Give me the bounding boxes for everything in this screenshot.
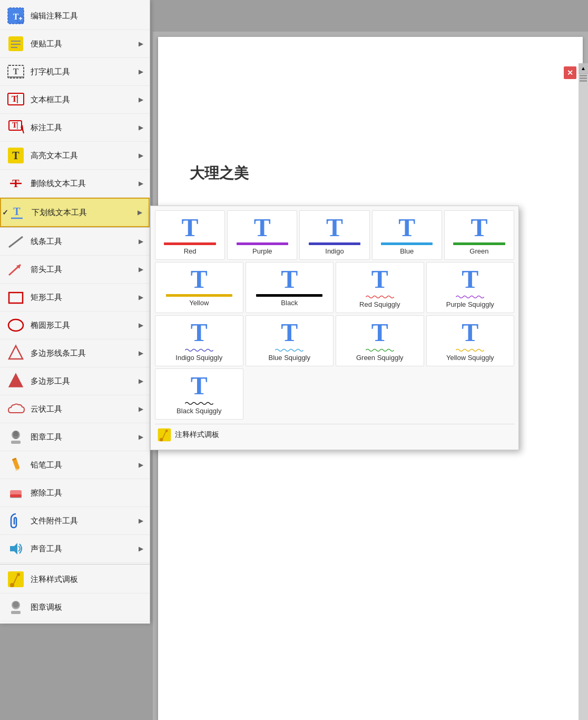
document-title: 大理之美 bbox=[190, 163, 249, 183]
color-t-yellow-squiggly: T bbox=[462, 320, 478, 345]
scroll-up-arrow[interactable]: ▲ bbox=[579, 63, 588, 74]
menu-item-edit-annot[interactable]: T 编辑注释工具 bbox=[0, 2, 150, 30]
menu-label-edit-annot: 编辑注释工具 bbox=[31, 11, 143, 21]
menu-item-typewriter[interactable]: T 打字机工具 ▶ bbox=[0, 58, 150, 86]
menu-label-ellipse: 椭圆形工具 bbox=[31, 320, 139, 330]
stamp-icon bbox=[6, 427, 25, 446]
color-grid-row4: T Black Squiggly bbox=[155, 368, 514, 420]
color-name-blue: Blue bbox=[400, 247, 414, 255]
menu-item-arrow[interactable]: 箭头工具 ▶ bbox=[0, 256, 150, 284]
menu-item-polygon[interactable]: 多边形工具 ▶ bbox=[0, 367, 150, 395]
color-line-green bbox=[453, 242, 505, 245]
color-item-green[interactable]: T Green bbox=[444, 210, 514, 260]
color-name-black: Black bbox=[281, 299, 298, 307]
stamp-arrow: ▶ bbox=[139, 433, 143, 441]
underline-arrow: ▶ bbox=[138, 209, 142, 216]
color-item-purple-squiggly[interactable]: T Purple Squiggly bbox=[426, 262, 515, 313]
cloud-arrow: ▶ bbox=[139, 405, 143, 413]
attach-arrow: ▶ bbox=[139, 517, 143, 524]
svg-marker-43 bbox=[10, 543, 17, 554]
attach-icon bbox=[6, 511, 25, 530]
edit-annot-icon: T bbox=[6, 6, 25, 25]
squiggly-green bbox=[347, 347, 413, 352]
color-name-red: Red bbox=[184, 247, 197, 255]
squiggly-yellow bbox=[437, 347, 503, 352]
color-name-indigo-squiggly: Indigo Squiggly bbox=[175, 354, 222, 362]
color-line-purple bbox=[237, 242, 289, 245]
eraser-icon bbox=[6, 483, 25, 502]
menu-item-polygon-line[interactable]: 多边形线条工具 ▶ bbox=[0, 339, 150, 367]
polygon-line-icon bbox=[6, 344, 25, 363]
color-name-yellow: Yellow bbox=[189, 299, 209, 307]
color-line-black bbox=[256, 294, 322, 297]
color-item-black[interactable]: T Black bbox=[246, 262, 334, 313]
squiggly-purple bbox=[437, 294, 503, 298]
menu-label-line: 线条工具 bbox=[31, 237, 139, 247]
strikeout-icon: T bbox=[6, 174, 25, 193]
callout-icon: T bbox=[6, 118, 25, 137]
menu-item-line[interactable]: 线条工具 ▶ bbox=[0, 227, 150, 256]
menu-item-attach[interactable]: 文件附件工具 ▶ bbox=[0, 507, 150, 535]
color-name-purple-squiggly: Purple Squiggly bbox=[446, 300, 494, 308]
color-t-green-squiggly: T bbox=[371, 320, 388, 345]
pencil-icon bbox=[6, 455, 25, 474]
svg-text:T: T bbox=[12, 121, 17, 129]
color-item-yellow[interactable]: T Yellow bbox=[155, 262, 243, 313]
color-line-blue bbox=[381, 242, 433, 245]
menu-item-ellipse[interactable]: 椭圆形工具 ▶ bbox=[0, 312, 150, 339]
menu-item-rect[interactable]: 矩形工具 ▶ bbox=[0, 284, 150, 312]
color-item-blue-squiggly[interactable]: T Blue Squiggly bbox=[246, 315, 334, 366]
menu-item-highlight[interactable]: T 高亮文本工具 ▶ bbox=[0, 142, 150, 170]
textbox-arrow: ▶ bbox=[139, 96, 143, 103]
menu-label-stamp-palette: 图章调板 bbox=[31, 602, 143, 612]
color-t-black: T bbox=[281, 267, 298, 292]
color-name-black-squiggly: Black Squiggly bbox=[177, 407, 221, 415]
squiggly-blue bbox=[256, 347, 322, 352]
menu-item-pencil[interactable]: 铅笔工具 ▶ bbox=[0, 451, 150, 479]
highlight-icon: T bbox=[6, 146, 25, 165]
color-picker-popup: T Red T Purple T Indigo T Blue T Green bbox=[150, 206, 519, 450]
menu-item-strikeout[interactable]: T 删除线文本工具 ▶ bbox=[0, 170, 150, 198]
color-item-blue[interactable]: T Blue bbox=[372, 210, 442, 260]
color-item-green-squiggly[interactable]: T Green Squiggly bbox=[336, 315, 424, 366]
typewriter-icon: T bbox=[6, 62, 25, 81]
color-item-red[interactable]: T Red bbox=[155, 210, 225, 260]
menu-item-eraser[interactable]: 擦除工具 bbox=[0, 479, 150, 507]
color-item-indigo[interactable]: T Indigo bbox=[299, 210, 369, 260]
callout-arrow: ▶ bbox=[139, 124, 143, 131]
svg-point-45 bbox=[10, 583, 14, 587]
svg-rect-50 bbox=[11, 611, 21, 614]
polygon-icon bbox=[6, 372, 25, 391]
close-button[interactable]: ✕ bbox=[564, 66, 576, 79]
menu-item-callout[interactable]: T 标注工具 ▶ bbox=[0, 114, 150, 142]
color-item-red-squiggly[interactable]: T Red Squiggly bbox=[336, 262, 424, 313]
menu-item-annot-style[interactable]: 注释样式调板 bbox=[0, 566, 150, 593]
menu-label-sticky: 便贴工具 bbox=[31, 39, 139, 49]
color-item-indigo-squiggly[interactable]: T Indigo Squiggly bbox=[155, 315, 243, 366]
menu-item-stamp-palette[interactable]: 图章调板 bbox=[0, 593, 150, 621]
ellipse-arrow: ▶ bbox=[139, 322, 143, 329]
menu-item-stamp[interactable]: 图章工具 ▶ bbox=[0, 423, 150, 451]
menu-label-typewriter: 打字机工具 bbox=[31, 67, 139, 77]
color-item-purple[interactable]: T Purple bbox=[227, 210, 297, 260]
popup-annot-style-icon bbox=[157, 427, 172, 442]
color-grid-row1: T Red T Purple T Indigo T Blue T Green bbox=[155, 210, 514, 260]
svg-line-26 bbox=[9, 237, 23, 247]
scrollbar-vertical[interactable]: ▲ bbox=[579, 63, 588, 720]
menu-item-sticky[interactable]: 便贴工具 ▶ bbox=[0, 30, 150, 58]
menu-label-strikeout: 删除线文本工具 bbox=[31, 179, 139, 189]
color-name-green: Green bbox=[469, 247, 488, 255]
color-t-red: T bbox=[182, 215, 199, 240]
color-item-yellow-squiggly[interactable]: T Yellow Squiggly bbox=[426, 315, 515, 366]
color-item-black-squiggly[interactable]: T Black Squiggly bbox=[155, 368, 243, 420]
menu-label-sound: 声音工具 bbox=[31, 544, 139, 554]
color-grid-row2: T Yellow T Black T Red Squiggly T Purple… bbox=[155, 262, 514, 313]
color-t-indigo: T bbox=[326, 215, 343, 240]
menu-label-rect: 矩形工具 bbox=[31, 293, 139, 303]
menu-item-cloud[interactable]: 云状工具 ▶ bbox=[0, 395, 150, 423]
menu-item-underline[interactable]: ✓ T 下划线文本工具 ▶ bbox=[0, 198, 150, 227]
menu-item-textbox[interactable]: T 文本框工具 ▶ bbox=[0, 86, 150, 114]
popup-annot-style-label[interactable]: 注释样式调板 bbox=[175, 430, 219, 440]
menu-divider bbox=[0, 564, 150, 565]
menu-item-sound[interactable]: 声音工具 ▶ bbox=[0, 535, 150, 563]
